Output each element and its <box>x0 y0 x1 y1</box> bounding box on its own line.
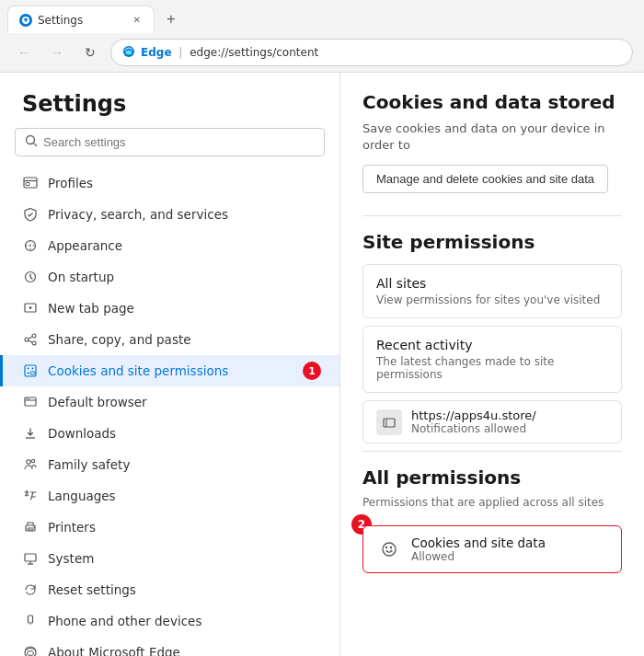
forward-button[interactable]: → <box>44 40 70 65</box>
address-suffix: /content <box>272 46 318 59</box>
search-input[interactable] <box>43 135 315 149</box>
sidebar-label-phone: Phone and other devices <box>48 614 201 628</box>
address-bar[interactable]: Edge | edge://settings/content <box>110 39 633 66</box>
all-sites-desc: View permissions for sites you've visite… <box>376 293 608 306</box>
svg-point-44 <box>390 547 392 548</box>
perm-item-wrapper: 2 Cookies and site data Allowed <box>362 525 622 581</box>
address-brand: Edge <box>141 46 172 59</box>
tab-bar: Settings ✕ + <box>0 0 644 33</box>
sidebar-label-newtabpage: New tab page <box>48 301 134 316</box>
sidebar-label-reset: Reset settings <box>48 582 136 597</box>
new-tab-button[interactable]: + <box>158 6 184 32</box>
recent-activity-card[interactable]: Recent activity The latest changes made … <box>362 326 622 393</box>
back-button[interactable]: ← <box>11 40 37 65</box>
svg-rect-40 <box>384 419 395 427</box>
sidebar-label-profiles: Profiles <box>48 176 93 190</box>
svg-point-32 <box>33 526 35 528</box>
defaultbrowser-icon <box>22 394 39 410</box>
sidebar-item-onstartup[interactable]: On startup <box>0 261 339 293</box>
sidebar-label-about: About Microsoft Edge <box>48 645 180 656</box>
cookies-section-desc: Save cookies and data on your device in … <box>362 121 622 154</box>
all-permissions-title: All permissions <box>362 466 622 489</box>
address-text: Edge | edge://settings/content <box>141 46 621 59</box>
browser-tab[interactable]: Settings ✕ <box>7 6 155 33</box>
sidebar-item-newtabpage[interactable]: New tab page <box>0 293 339 324</box>
svg-point-14 <box>25 338 29 341</box>
perm-title: Cookies and site data <box>411 535 546 550</box>
sidebar-label-downloads: Downloads <box>48 426 116 441</box>
cookies-site-data-item[interactable]: Cookies and site data Allowed <box>362 525 622 573</box>
sidebar-item-cookies[interactable]: Cookies and site permissions 1 <box>0 355 339 386</box>
sidebar-item-family[interactable]: Family safety <box>0 449 339 480</box>
address-path: settings <box>228 46 272 59</box>
tab-favicon <box>19 14 32 27</box>
sidebar-item-system[interactable]: System <box>0 543 339 574</box>
svg-point-46 <box>390 550 391 551</box>
svg-rect-33 <box>25 554 36 561</box>
svg-point-28 <box>27 460 30 464</box>
svg-point-21 <box>28 373 29 374</box>
share-icon <box>22 331 39 348</box>
svg-rect-36 <box>29 616 33 623</box>
tab-title: Settings <box>38 14 126 27</box>
sidebar-label-defaultbrowser: Default browser <box>48 395 147 409</box>
svg-point-19 <box>28 368 29 370</box>
site-url: https://apps4u.store/ <box>411 409 536 422</box>
section-divider-2 <box>362 451 622 452</box>
sidebar-item-share[interactable]: Share, copy, and paste <box>0 324 339 355</box>
sidebar-item-phone[interactable]: Phone and other devices <box>0 605 339 637</box>
cookies-section-title: Cookies and data stored <box>362 91 622 113</box>
perm-item-info: Cookies and site data Allowed <box>411 535 546 563</box>
svg-rect-23 <box>25 397 36 406</box>
privacy-icon <box>22 206 39 223</box>
search-box[interactable] <box>15 128 325 156</box>
svg-line-4 <box>34 144 38 147</box>
svg-line-17 <box>29 340 32 342</box>
sidebar-label-privacy: Privacy, search, and services <box>48 207 228 222</box>
printers-icon <box>22 519 39 535</box>
recent-activity-title: Recent activity <box>376 338 608 352</box>
sidebar-label-cookies: Cookies and site permissions <box>48 363 228 378</box>
sidebar-item-downloads[interactable]: Downloads <box>0 418 339 449</box>
sidebar-label-printers: Printers <box>48 520 96 535</box>
nav-list: Profiles Privacy, search, and services A… <box>0 167 339 656</box>
sidebar-label-languages: Languages <box>48 489 116 503</box>
all-sites-card[interactable]: All sites View permissions for sites you… <box>362 264 622 318</box>
cookies-icon <box>22 363 39 379</box>
sidebar-item-languages[interactable]: Languages <box>0 480 339 512</box>
search-icon <box>25 134 38 150</box>
perm-status: Allowed <box>411 550 546 563</box>
browser-chrome: Settings ✕ + ← → ↻ Edge | edge://setting… <box>0 0 644 73</box>
languages-icon <box>22 488 39 504</box>
svg-rect-22 <box>30 372 35 374</box>
address-sep: | <box>178 46 182 59</box>
recent-activity-desc: The latest changes made to site permissi… <box>376 355 608 381</box>
onstartup-icon <box>22 269 39 285</box>
site-permissions-title: Site permissions <box>362 231 622 253</box>
sidebar-item-about[interactable]: About Microsoft Edge <box>0 637 339 656</box>
sidebar-item-profiles[interactable]: Profiles <box>0 167 339 199</box>
sidebar-item-privacy[interactable]: Privacy, search, and services <box>0 199 339 230</box>
recent-site-item[interactable]: https://apps4u.store/ Notifications allo… <box>362 400 622 443</box>
svg-point-20 <box>32 368 34 370</box>
about-icon <box>22 644 39 656</box>
site-item-info: https://apps4u.store/ Notifications allo… <box>411 409 536 435</box>
sidebar-item-defaultbrowser[interactable]: Default browser <box>0 386 339 418</box>
tab-close-button[interactable]: ✕ <box>132 13 143 27</box>
svg-point-26 <box>29 398 29 399</box>
sidebar-item-printers[interactable]: Printers <box>0 512 339 543</box>
profiles-icon <box>22 175 39 191</box>
appearance-icon <box>22 237 39 254</box>
sidebar-item-reset[interactable]: Reset settings <box>0 574 339 605</box>
svg-point-25 <box>27 398 28 399</box>
section-divider-1 <box>362 215 622 216</box>
cookies-data-icon <box>376 536 402 562</box>
refresh-button[interactable]: ↻ <box>77 40 103 65</box>
svg-point-15 <box>32 341 36 345</box>
manage-cookies-button[interactable]: Manage and delete cookies and site data <box>362 165 608 193</box>
svg-point-3 <box>27 136 35 144</box>
svg-point-2 <box>126 50 132 54</box>
svg-rect-7 <box>26 183 29 186</box>
sidebar-label-onstartup: On startup <box>48 270 114 284</box>
sidebar-item-appearance[interactable]: Appearance <box>0 230 339 261</box>
